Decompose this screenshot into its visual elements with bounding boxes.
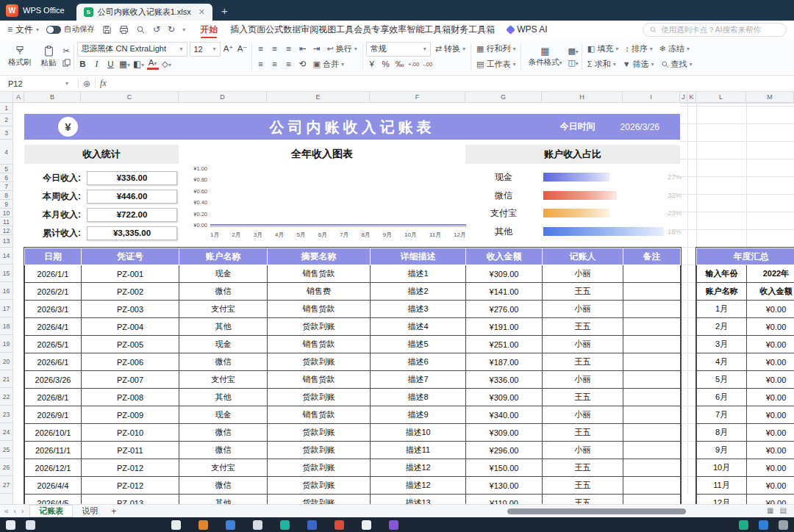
column-header[interactable]: H	[542, 92, 623, 102]
cell-summary[interactable]: 货款到账	[268, 353, 371, 371]
cell-amount[interactable]: ¥150.00	[466, 459, 543, 477]
align-bottom-button[interactable]: ≡	[283, 60, 295, 69]
cell-voucher[interactable]: PZ-011	[82, 442, 179, 459]
autosave-toggle[interactable]: 自动保存	[46, 24, 95, 35]
summary-label-cell[interactable]: 6月	[697, 389, 747, 406]
cell-description[interactable]: 描述2	[371, 283, 466, 301]
row-number[interactable]: 6	[0, 173, 12, 182]
print-button[interactable]	[119, 25, 129, 35]
grid-view-icon[interactable]: ▦	[767, 506, 773, 514]
cell-description[interactable]: 描述8	[371, 389, 466, 406]
ribbon-tab[interactable]: 审阅	[301, 21, 318, 37]
page-view-icon[interactable]: ▤	[780, 506, 787, 514]
cell-bookkeeper[interactable]: 小丽	[543, 336, 623, 353]
row-number[interactable]: 24	[0, 423, 12, 441]
cell-amount[interactable]: ¥296.00	[466, 442, 543, 459]
cell-bookkeeper[interactable]: 王五	[543, 318, 623, 336]
row-number[interactable]: 15	[0, 265, 12, 282]
wps-logo-icon[interactable]: W	[6, 4, 18, 17]
cell-remark[interactable]	[623, 371, 681, 389]
taskbar-app-icon[interactable]	[280, 520, 290, 530]
insert-function-icon[interactable]: ⊕	[83, 79, 90, 89]
worksheet-button[interactable]: ▤工作表▾	[474, 59, 518, 70]
cell-account[interactable]: 其他	[179, 318, 268, 336]
taskbar-tray-icon[interactable]	[739, 520, 748, 530]
cell-summary[interactable]: 销售货款	[268, 371, 371, 389]
ribbon-tab[interactable]: 效率	[389, 21, 407, 37]
cell-amount[interactable]: ¥340.00	[466, 406, 543, 424]
cell-amount[interactable]: ¥251.00	[466, 336, 543, 353]
row-number[interactable]: 2	[0, 114, 12, 126]
cell-account[interactable]: 微信	[179, 424, 268, 442]
chevron-down-icon[interactable]: ▾	[182, 26, 185, 33]
ribbon-tab[interactable]: 视图	[318, 21, 336, 37]
taskbar-app-icon[interactable]	[198, 520, 208, 530]
align-left-button[interactable]: ≡	[255, 45, 267, 54]
cell-bookkeeper[interactable]: 小丽	[543, 265, 623, 283]
print-preview-button[interactable]	[136, 25, 146, 35]
table-style-button[interactable]: ▩▾	[568, 47, 578, 55]
summary-label-cell[interactable]: 4月	[697, 353, 747, 371]
cell-amount[interactable]: ¥309.00	[466, 265, 543, 283]
document-tab[interactable]: S 公司内账收入记账表1.xlsx ✕	[76, 4, 212, 21]
cell-date[interactable]: 2026/4/5	[25, 495, 82, 505]
column-header[interactable]: C	[81, 92, 179, 102]
decrease-decimal-button[interactable]: -.00	[422, 62, 434, 68]
summary-value-cell[interactable]: ¥0.00	[747, 371, 794, 389]
summary-value-cell[interactable]: ¥0.00	[747, 353, 794, 371]
borders-button[interactable]: ▦▾	[119, 60, 131, 69]
summary-label-cell[interactable]: 5月	[697, 371, 747, 389]
cell-date[interactable]: 2026/10/1	[25, 424, 82, 442]
cell-voucher[interactable]: PZ-010	[82, 424, 179, 442]
prev-sheet-icon[interactable]: ‹	[14, 507, 16, 515]
sort-button[interactable]: ↕排序▾	[623, 43, 655, 54]
cell-bookkeeper[interactable]: 王五	[543, 353, 623, 371]
number-format-select[interactable]: 常规▾	[366, 42, 431, 57]
currency-format-button[interactable]: ¥	[366, 60, 378, 69]
cell-description[interactable]: 描述10	[371, 424, 466, 442]
cell-account[interactable]: 支付宝	[179, 371, 268, 389]
cell-date[interactable]: 2026/3/26	[25, 371, 82, 389]
column-header[interactable]: D	[179, 92, 267, 102]
table-header-cell[interactable]: 详细描述	[371, 248, 466, 265]
cell-voucher[interactable]: PZ-008	[82, 389, 179, 406]
align-right-button[interactable]: ≡	[283, 45, 295, 54]
select-all-corner[interactable]	[0, 92, 13, 102]
summary-value-cell[interactable]: ¥0.00	[747, 301, 794, 318]
row-number[interactable]: 23	[0, 406, 12, 423]
cell-remark[interactable]	[623, 424, 681, 442]
cell-description[interactable]: 描述4	[371, 318, 466, 336]
save-button[interactable]	[102, 25, 112, 35]
row-number[interactable]: 21	[0, 370, 12, 388]
paste-button[interactable]: 粘贴	[37, 45, 60, 69]
summary-value-cell[interactable]: ¥0.00	[747, 336, 794, 353]
summary-title[interactable]: 年度汇总	[697, 248, 794, 265]
cell-remark[interactable]	[623, 353, 681, 371]
summary-label-cell[interactable]: 输入年份	[697, 265, 747, 283]
search-input[interactable]	[661, 25, 779, 34]
cell-amount[interactable]: ¥276.00	[466, 301, 543, 318]
cell-date[interactable]: 2026/11/1	[25, 442, 82, 459]
summary-value-cell[interactable]: ¥0.00	[747, 495, 794, 505]
cell-voucher[interactable]: PZ-013	[82, 495, 179, 505]
cell-summary[interactable]: 销售货款	[268, 265, 371, 283]
summary-value-cell[interactable]: ¥0.00	[747, 318, 794, 336]
summary-value-cell[interactable]: ¥0.00	[747, 389, 794, 406]
cell-account[interactable]: 现金	[179, 336, 268, 353]
summary-value-cell[interactable]: 收入金额	[747, 283, 794, 301]
horizontal-scrollbar[interactable]	[507, 508, 686, 514]
cell-voucher[interactable]: PZ-007	[82, 371, 179, 389]
increase-font-size-button[interactable]: A⁺	[223, 45, 235, 54]
cell-voucher[interactable]: PZ-012	[82, 477, 179, 495]
cell-remark[interactable]	[623, 389, 681, 406]
orientation-button[interactable]: ⟲	[297, 60, 309, 69]
summary-label-cell[interactable]: 2月	[697, 318, 747, 336]
summary-value-cell[interactable]: ¥0.00	[747, 477, 794, 495]
ribbon-tab[interactable]: 财务工具箱	[451, 21, 495, 37]
cell-description[interactable]: 描述1	[371, 265, 466, 283]
cell-bookkeeper[interactable]: 王五	[543, 477, 623, 495]
taskbar-app-icon[interactable]	[253, 520, 262, 530]
summary-value-cell[interactable]: ¥0.00	[747, 424, 794, 442]
summary-label-cell[interactable]: 12月	[697, 495, 747, 505]
sheet-tab-active[interactable]: 记账表	[29, 505, 73, 517]
